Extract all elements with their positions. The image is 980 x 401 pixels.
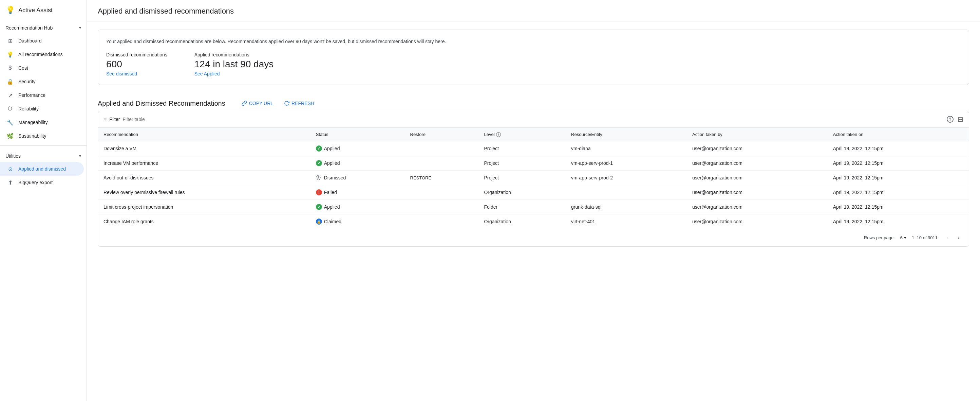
- cost-icon: $: [7, 65, 14, 71]
- cell-resource: virt-net-401: [566, 214, 687, 229]
- status-label: Dismissed: [324, 175, 346, 181]
- table-row: Change IAM role grants 🔒 Claimed Organiz…: [98, 214, 969, 229]
- manageability-icon: 🔧: [7, 119, 14, 126]
- sustainability-icon: 🌿: [7, 133, 14, 139]
- recommendations-table-container: ≡ Filter ? ⊟ Recommendation Status Resto…: [98, 111, 969, 247]
- cell-level: Folder: [479, 200, 566, 214]
- sidebar-item-security-label: Security: [18, 79, 36, 84]
- see-dismissed-link[interactable]: See dismissed: [106, 71, 167, 77]
- applied-dismissed-icon: ⊙: [7, 166, 14, 172]
- sidebar-item-cost[interactable]: $ Cost: [0, 61, 84, 75]
- next-page-button[interactable]: ›: [954, 233, 963, 242]
- cell-recommendation: Avoid out-of-disk issues: [98, 171, 310, 185]
- cell-restore: [405, 200, 479, 214]
- cell-action-on: April 19, 2022, 12:15pm: [828, 141, 969, 156]
- cell-recommendation: Limit cross-project impersonation: [98, 200, 310, 214]
- utilities-toggle[interactable]: Utilities ▾: [0, 150, 86, 162]
- prev-page-button[interactable]: ‹: [943, 233, 953, 242]
- status-icon: 🌫: [316, 175, 322, 181]
- dashboard-icon: ⊞: [7, 37, 14, 44]
- info-description: Your applied and dismissed recommendatio…: [106, 38, 961, 45]
- all-recommendations-icon: 💡: [7, 51, 14, 58]
- rows-dropdown-icon: ▾: [904, 235, 906, 240]
- section-actions: COPY URL REFRESH: [239, 99, 317, 108]
- recommendation-hub-toggle[interactable]: Recommendation Hub ▾: [0, 22, 86, 34]
- cell-level: Project: [479, 171, 566, 185]
- copy-url-button[interactable]: COPY URL: [239, 99, 276, 108]
- filter-input[interactable]: [123, 117, 944, 122]
- cell-restore: [405, 156, 479, 171]
- sidebar-item-manageability[interactable]: 🔧 Manageability: [0, 115, 84, 129]
- bigquery-export-icon: ⬆: [7, 179, 14, 186]
- refresh-icon: [284, 101, 290, 106]
- sidebar-item-reliability[interactable]: ⏱ Reliability: [0, 102, 84, 115]
- refresh-label: REFRESH: [291, 101, 314, 106]
- status-icon: 🔒: [316, 219, 322, 225]
- table-row: Review overly permissive firewall rules …: [98, 185, 969, 200]
- dismissed-count: 600: [106, 59, 167, 70]
- page-info: 1–10 of 9011: [912, 235, 938, 240]
- utilities-chevron-icon: ▾: [79, 153, 81, 158]
- sidebar-item-sustainability-label: Sustainability: [18, 133, 46, 139]
- sidebar-item-security[interactable]: 🔒 Security: [0, 75, 84, 88]
- sidebar-item-applied-dismissed-label: Applied and dismissed: [18, 166, 66, 172]
- col-action-by: Action taken by: [687, 128, 828, 141]
- cell-resource: vm-app-serv-prod-1: [566, 156, 687, 171]
- table-row: Limit cross-project impersonation ✓ Appl…: [98, 200, 969, 214]
- sidebar-item-applied-dismissed[interactable]: ⊙ Applied and dismissed: [0, 162, 84, 176]
- sidebar-item-cost-label: Cost: [18, 65, 28, 71]
- sidebar-item-dashboard[interactable]: ⊞ Dashboard: [0, 34, 84, 48]
- active-assist-logo-icon: 💡: [5, 5, 15, 15]
- status-icon: ✓: [316, 204, 322, 210]
- cell-action-by: user@organization.com: [687, 214, 828, 229]
- col-level: Level ?: [479, 128, 566, 141]
- cell-action-by: user@organization.com: [687, 156, 828, 171]
- sidebar-item-manageability-label: Manageability: [18, 120, 48, 125]
- cell-restore: [405, 214, 479, 229]
- sidebar-header: 💡 Active Assist: [0, 0, 86, 21]
- cell-action-on: April 19, 2022, 12:15pm: [828, 171, 969, 185]
- status-icon: !: [316, 189, 322, 195]
- sidebar-item-bigquery-export[interactable]: ⬆ BigQuery export: [0, 176, 84, 189]
- sidebar-item-reliability-label: Reliability: [18, 106, 39, 112]
- status-label: Applied: [324, 204, 340, 210]
- table-section-header: Applied and Dismissed Recommendations CO…: [87, 93, 980, 111]
- col-status: Status: [310, 128, 405, 141]
- page-navigation: ‹ ›: [943, 233, 963, 242]
- cell-action-on: April 19, 2022, 12:15pm: [828, 200, 969, 214]
- table-row: Increase VM performance ✓ Applied Projec…: [98, 156, 969, 171]
- cell-recommendation: Downsize a VM: [98, 141, 310, 156]
- sidebar-item-dashboard-label: Dashboard: [18, 38, 42, 43]
- page-header: Applied and dismissed recommendations: [87, 0, 980, 21]
- col-recommendation: Recommendation: [98, 128, 310, 141]
- applied-stat: Applied recommendations 124 in last 90 d…: [194, 52, 274, 77]
- col-restore: Restore: [405, 128, 479, 141]
- cell-restore[interactable]: RESTORE: [405, 171, 479, 185]
- sidebar-item-performance[interactable]: ↗ Performance: [0, 88, 84, 102]
- table-body: Downsize a VM ✓ Applied Project vm-diana…: [98, 141, 969, 229]
- reliability-icon: ⏱: [7, 105, 14, 112]
- sidebar-item-all-recommendations[interactable]: 💡 All recommendations: [0, 48, 84, 61]
- sidebar-item-performance-label: Performance: [18, 93, 46, 98]
- info-card: Your applied and dismissed recommendatio…: [98, 30, 969, 85]
- cell-recommendation: Change IAM role grants: [98, 214, 310, 229]
- recommendation-hub-chevron-icon: ▾: [79, 26, 81, 30]
- cell-status: ✓ Applied: [310, 200, 405, 214]
- recommendations-table: Recommendation Status Restore Level ? Re…: [98, 128, 969, 229]
- cell-resource: vm-app-serv-prod-2: [566, 171, 687, 185]
- cell-action-by: user@organization.com: [687, 171, 828, 185]
- columns-toggle-icon[interactable]: ⊟: [958, 115, 963, 123]
- table-help-icon[interactable]: ?: [947, 116, 953, 123]
- rows-per-page-select[interactable]: 6 ▾: [900, 235, 906, 240]
- sidebar-item-sustainability[interactable]: 🌿 Sustainability: [0, 129, 84, 143]
- restore-button[interactable]: RESTORE: [410, 175, 432, 181]
- utilities-items: ⊙ Applied and dismissed ⬆ BigQuery expor…: [0, 162, 86, 189]
- cell-resource: vm-diana: [566, 141, 687, 156]
- refresh-button[interactable]: REFRESH: [281, 99, 317, 108]
- filter-row: ≡ Filter ? ⊟: [98, 111, 969, 128]
- pagination: Rows per page: 6 ▾ 1–10 of 9011 ‹ ›: [98, 229, 969, 246]
- copy-url-label: COPY URL: [249, 101, 273, 106]
- level-help-icon[interactable]: ?: [496, 132, 501, 137]
- status-label: Applied: [324, 146, 340, 151]
- see-applied-link[interactable]: See Applied: [194, 71, 274, 77]
